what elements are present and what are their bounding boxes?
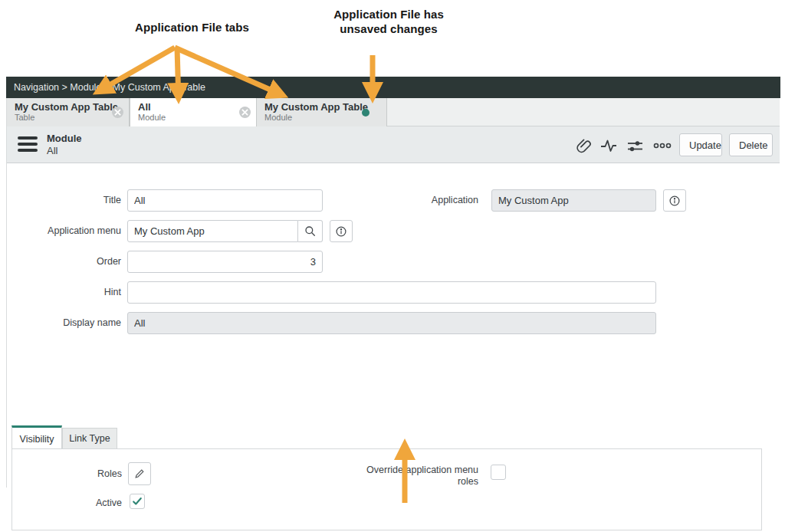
file-tab-subtitle: Table	[15, 113, 109, 123]
application-menu-field-label: Application menu	[18, 225, 121, 237]
application-readonly-input	[491, 189, 656, 212]
display-name-readonly-input	[127, 312, 656, 334]
sliders-icon[interactable]	[625, 136, 645, 156]
more-options-icon[interactable]	[652, 136, 672, 156]
order-field-label: Order	[18, 256, 121, 268]
override-menu-roles-label: Override application menu roles	[348, 465, 478, 488]
hamburger-menu-icon[interactable]	[18, 136, 38, 153]
file-tab-subtitle: Module	[138, 113, 236, 123]
annotation-tabs-label: Application File tabs	[113, 20, 271, 34]
application-info-icon[interactable]	[663, 189, 686, 212]
title-input[interactable]	[127, 189, 323, 212]
tab-link-type[interactable]: Link Type	[62, 428, 117, 448]
file-tab-strip: My Custom App Table Table All Module My …	[7, 98, 780, 126]
unsaved-changes-dot-icon	[362, 109, 370, 117]
title-field-label: Title	[18, 195, 121, 206]
header-update-button[interactable]: Update	[679, 133, 722, 156]
studio-window: Navigation > Module > My Custom App Tabl…	[6, 77, 779, 488]
file-tab-title: My Custom App Table	[15, 101, 109, 113]
record-type: Module	[47, 133, 82, 145]
annotation-unsaved-line1: Application File has	[308, 7, 469, 21]
file-tab-all-module[interactable]: All Module	[130, 98, 257, 126]
file-tab-table[interactable]: My Custom App Table Table	[7, 98, 130, 126]
paperclip-icon[interactable]	[573, 136, 593, 156]
record-name: All	[47, 145, 82, 156]
file-tab-subtitle: Module	[264, 113, 366, 123]
roles-field-label: Roles	[18, 468, 122, 480]
application-menu-info-icon[interactable]	[330, 220, 353, 242]
form-header-title: Module All	[47, 133, 82, 156]
hint-input[interactable]	[127, 281, 656, 304]
order-input[interactable]	[127, 251, 323, 273]
file-tab-title: All	[138, 101, 236, 113]
active-checkbox[interactable]	[130, 494, 145, 509]
application-menu-input[interactable]	[127, 220, 298, 242]
reference-lookup-search-icon[interactable]	[298, 220, 323, 242]
activity-icon[interactable]	[599, 136, 619, 156]
file-tab-module-unsaved[interactable]: My Custom App Table Module	[257, 98, 387, 126]
close-icon[interactable]	[112, 107, 123, 118]
display-name-field-label: Display name	[18, 317, 121, 329]
form-header: Module All	[7, 126, 780, 163]
override-menu-roles-checkbox[interactable]	[491, 465, 506, 480]
annotation-unsaved-line2: unsaved changes	[308, 21, 469, 36]
tab-visibility[interactable]: Visibility	[11, 425, 62, 448]
visibility-section: Roles Active Override application menu r…	[11, 448, 762, 530]
breadcrumb: Navigation > Module > My Custom App Tabl…	[6, 77, 780, 98]
roles-edit-pencil-icon[interactable]	[128, 462, 151, 485]
close-icon[interactable]	[239, 107, 251, 118]
header-delete-button[interactable]: Delete	[729, 133, 773, 156]
annotation-unsaved-label: Application File has unsaved changes	[308, 7, 469, 36]
application-field-label: Application	[363, 195, 478, 206]
hint-field-label: Hint	[18, 287, 121, 298]
screenshot-root: { "annotations": { "tabs_label": "Applic…	[0, 0, 785, 532]
active-field-label: Active	[18, 498, 122, 509]
form-body: Title Application Application menu	[7, 163, 780, 488]
file-tab-title: My Custom App Table	[264, 101, 366, 113]
